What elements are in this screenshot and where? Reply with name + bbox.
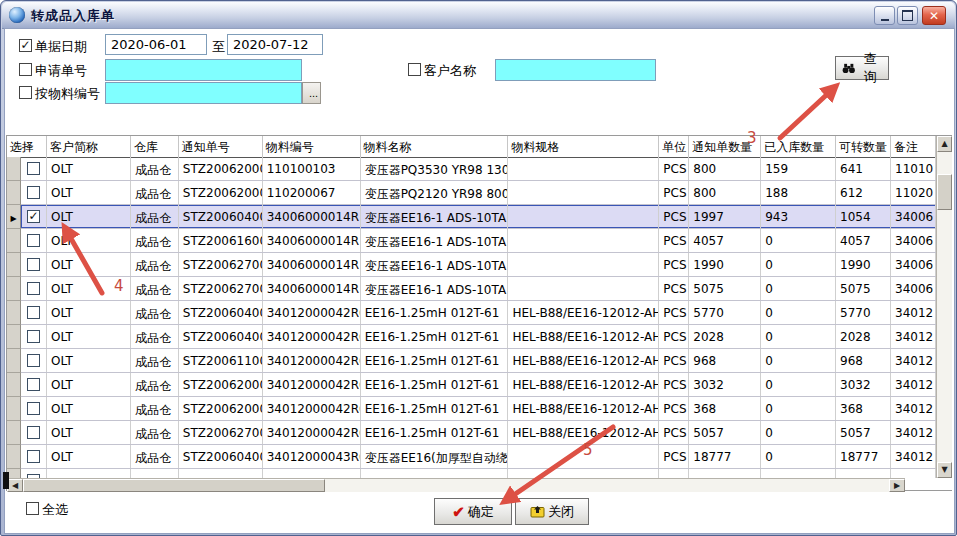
table-row[interactable]: OLT成品仓STZ2006270034006000014R变压器EE16-1 A… [7,277,936,301]
table-row[interactable]: OLT成品仓STZ2006040034006000014R变压器EE16-1 A… [7,205,936,229]
scroll-left-button[interactable]: ◀ [7,479,23,492]
browse-material-button[interactable]: ... [302,82,321,104]
grid-cell [179,469,263,478]
grid-cell: 34012000042R62 [263,397,361,420]
grid-cell: 成品仓 [131,349,179,372]
row-select-checkbox[interactable] [27,450,40,463]
table-row[interactable]: OLT成品仓STZ2006200034012000042R62EE16-1.25… [7,397,936,421]
grid-cell: 34006 [891,253,936,276]
table-row[interactable]: OLT成品仓STZ2006040034012000042R62EE16-1.25… [7,325,936,349]
column-header-11[interactable]: 备注 [891,136,936,157]
row-indicator [7,325,21,349]
table-row[interactable]: OLT成品仓STZ20062000110100103变压器PQ3530 YR98… [7,157,936,181]
row-indicator [7,277,21,301]
row-select-checkbox[interactable] [27,378,40,391]
material-no-checkbox[interactable] [19,86,32,99]
customer-label: 客户名称 [424,62,476,80]
column-header-7[interactable]: 单位 [659,136,689,157]
grid-cell: 5075 [836,277,891,300]
grid-cell: HEL-B88/EE16-12012-AH [508,301,659,324]
customer-checkbox[interactable] [408,63,421,76]
column-header-10[interactable]: 可转数量 [836,136,891,157]
date-from-input[interactable] [105,34,207,55]
grid-cell: STZ20060400 [179,205,263,228]
row-select-checkbox[interactable] [27,402,40,415]
grid-cell: 0 [761,301,836,324]
column-header-4[interactable]: 物料编号 [263,136,361,157]
table-row[interactable]: OLT成品仓STZ2006270034012000042R62EE16-1.25… [7,421,936,445]
table-row[interactable]: OLT成品仓STZ2006270034006000014R变压器EE16-1 A… [7,253,936,277]
query-button-label: 查询 [859,50,882,86]
table-row[interactable]: OLT成品仓STZ2006040034012000043R62变压器EE16(加… [7,445,936,469]
grid-cell: PCS [659,349,689,372]
row-select-checkbox[interactable] [27,210,40,223]
table-row[interactable]: OLT成品仓STZ2006200034012000042R62EE16-1.25… [7,373,936,397]
table-row[interactable]: OLT成品仓STZ2006110034012000042R62EE16-1.25… [7,349,936,373]
grid-cell [508,253,659,276]
vertical-scrollbar[interactable]: ▲ ▼ [936,136,952,478]
column-header-6[interactable]: 物料规格 [508,136,659,157]
maximize-button[interactable] [897,6,918,25]
grid-cell: 1990 [836,253,891,276]
scroll-up-button[interactable]: ▲ [937,136,952,152]
grid-cell: PCS [659,325,689,348]
scroll-right-button[interactable]: ▶ [889,479,905,492]
grid-cell: PCS [659,277,689,300]
request-no-input[interactable] [105,59,302,81]
row-select-checkbox[interactable] [27,282,40,295]
customer-input[interactable] [495,59,656,81]
grid-cell: 34012 [891,421,936,444]
ok-button[interactable]: ✔ 确定 [434,498,512,525]
title-bar[interactable]: 转成品入库单 ✕ [2,2,955,29]
grid-cell: 成品仓 [131,277,179,300]
horizontal-scrollbar[interactable]: ◀ ▶ [7,478,905,492]
close-dialog-button[interactable]: 关闭 [515,498,589,525]
grid-cell: 34012000043R62 [263,445,361,468]
row-select-checkbox[interactable] [27,306,40,319]
column-header-5[interactable]: 物料名称 [361,136,509,157]
date-filter-checkbox[interactable] [19,39,32,52]
horizontal-scroll-thumb[interactable] [23,479,325,492]
column-header-9[interactable]: 已入库数量 [761,136,836,157]
minimize-button[interactable] [874,6,895,25]
grid-cell: 159 [761,157,836,180]
table-row[interactable]: OLT成品仓STZ2006160034006000014R变压器EE16-1 A… [7,229,936,253]
column-header-3[interactable]: 通知单号 [179,136,263,157]
column-header-1[interactable]: 客户简称 [47,136,131,157]
row-select-checkbox[interactable] [27,186,40,199]
request-no-checkbox[interactable] [19,63,32,76]
grid-cell: 变压器PQ3530 YR98 130ul [361,157,509,180]
row-select-checkbox[interactable] [27,162,40,175]
table-row[interactable]: OLT成品仓STZ20062000110200067变压器PQ2120 YR98… [7,181,936,205]
row-select-checkbox[interactable] [27,354,40,367]
row-checkbox-cell [21,469,47,478]
select-all-checkbox[interactable] [26,502,39,515]
column-header-0[interactable]: 选择 [7,136,47,157]
grid-cell: 成品仓 [131,157,179,180]
row-body: OLT成品仓STZ2006270034006000014R变压器EE16-1 A… [21,277,936,301]
grid-cell: 5770 [689,301,761,324]
row-select-checkbox[interactable] [27,330,40,343]
grid-cell: OLT [47,397,131,420]
grid-cell [508,445,659,468]
material-no-input[interactable] [105,82,302,104]
table-row[interactable]: OLT成品仓STZ2006040034012000042R62EE16-1.25… [7,301,936,325]
row-select-checkbox[interactable] [27,234,40,247]
close-button[interactable]: ✕ [922,6,946,25]
query-button[interactable]: 查询 [835,56,889,80]
row-select-checkbox[interactable] [27,426,40,439]
grid-cell: 2028 [689,325,761,348]
vertical-scroll-thumb[interactable] [937,174,952,210]
grid-cell: 34012000042R62 [263,301,361,324]
row-checkbox-cell [21,301,47,324]
grid-cell: HEL-B88/EE16-12012-AH [508,421,659,444]
row-select-checkbox[interactable] [27,258,40,271]
row-body: OLT成品仓STZ2006200034012000042R62EE16-1.25… [21,373,936,397]
grid-cell: 34012 [891,373,936,396]
scroll-down-button[interactable]: ▼ [937,462,952,478]
column-header-2[interactable]: 仓库 [131,136,179,157]
column-header-8[interactable]: 通知单数量 [689,136,761,157]
grid-cell [508,157,659,180]
date-to-input[interactable] [227,34,323,55]
select-all-label: 全选 [42,501,68,519]
